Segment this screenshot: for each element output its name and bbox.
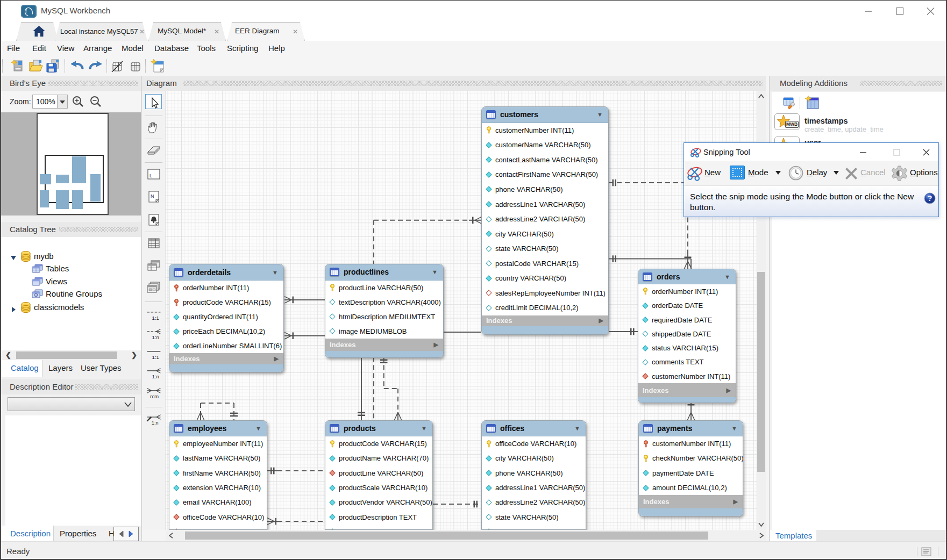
svg-text:1:n: 1:n (152, 420, 159, 426)
svg-text:1:1: 1:1 (152, 354, 159, 360)
svg-text:n:m: n:m (150, 393, 159, 399)
svg-text:?: ? (928, 194, 932, 203)
svg-text:1:n: 1:n (152, 374, 159, 379)
svg-text:1:n: 1:n (152, 334, 159, 340)
svg-text:1:1: 1:1 (152, 315, 159, 321)
svg-text:N: N (151, 193, 154, 199)
svg-text:L: L (149, 173, 152, 178)
